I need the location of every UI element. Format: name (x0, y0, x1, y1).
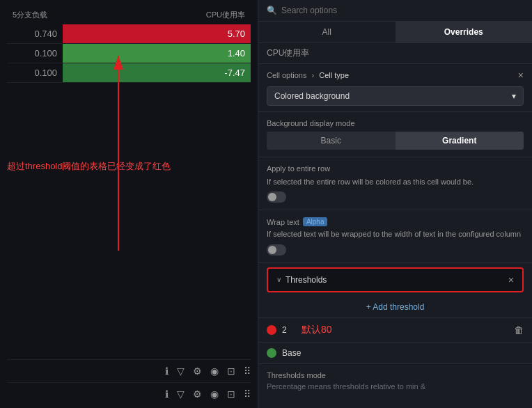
info-icon-1[interactable]: ℹ (165, 366, 169, 377)
cell-left: 0.740 (7, 24, 63, 44)
add-threshold-button[interactable]: + Add threshold (258, 297, 532, 318)
cell-type-dropdown[interactable]: Colored background ▾ (267, 86, 524, 106)
col2-header: CPU使用率 (206, 10, 245, 20)
wrap-text-label: Wrap text (267, 218, 299, 226)
right-panel: 🔍 All Overrides CPU使用率 Cell options › Ce… (258, 0, 532, 408)
filter-icon-2[interactable]: ▽ (177, 389, 185, 400)
cell-type-dropdown-row: Colored background ▾ (258, 84, 532, 112)
table-header: 5分支负载 CPU使用率 (7, 7, 251, 23)
table-row: 0.100-7.47 (7, 63, 251, 83)
btn-gradient[interactable]: Gradient (396, 132, 524, 150)
dropdown-value: Colored background (274, 91, 350, 101)
background-display-mode-section: Background display mode Basic Gradient (258, 112, 532, 157)
btn-basic[interactable]: Basic (267, 132, 396, 150)
info-icon-2[interactable]: ℹ (165, 389, 169, 400)
threshold-item-base: Base (258, 343, 532, 364)
eye-icon-2[interactable]: ◉ (210, 389, 219, 400)
thresholds-label: Thresholds (285, 275, 327, 285)
transform-icon-2[interactable]: ⚙ (193, 389, 202, 400)
drag-icon-1[interactable]: ⠿ (244, 366, 251, 377)
alpha-badge: Alpha (303, 217, 328, 226)
data-table: 0.7405.700.1001.400.100-7.47 (7, 24, 251, 83)
apply-to-row-label: Apply to entire row (267, 164, 524, 173)
thresholds-mode-section: Thresholds mode Percentage means thresho… (258, 364, 532, 399)
threshold-dot-red (267, 325, 276, 335)
filter-icon-1[interactable]: ▽ (177, 366, 185, 377)
apply-to-row-toggle[interactable] (267, 191, 286, 203)
threshold-delete-1[interactable]: 🗑 (514, 324, 524, 336)
breadcrumb: Cell options › Cell type (267, 71, 349, 79)
breadcrumb-parent: Cell options (267, 71, 306, 79)
cell-options-header: Cell options › Cell type × (258, 64, 532, 84)
left-panel: 5分支负载 CPU使用率 0.7405.700.1001.400.100-7.4… (0, 0, 258, 408)
search-bar: 🔍 (258, 0, 532, 22)
thresholds-chevron[interactable]: ∨ (276, 276, 281, 283)
cell-right: 1.40 (63, 44, 251, 63)
breadcrumb-current: Cell type (319, 71, 349, 79)
tab-overrides[interactable]: Overrides (396, 22, 533, 42)
search-icon: 🔍 (267, 6, 277, 15)
cpu-label: CPU使用率 (267, 48, 309, 58)
threshold-value-1: 2 (282, 325, 296, 335)
tabs-row: All Overrides (258, 22, 532, 43)
display-mode-btn-group: Basic Gradient (267, 132, 524, 150)
threshold-base-label: Base (282, 348, 301, 358)
cell-right: -7.47 (63, 63, 251, 83)
table-row: 0.1001.40 (7, 44, 251, 63)
delete-icon-1[interactable]: ⊡ (227, 366, 235, 377)
chevron-down-icon: ▾ (512, 91, 516, 101)
wrap-text-toggle[interactable] (267, 244, 286, 256)
cpu-label-row: CPU使用率 (258, 43, 532, 64)
apply-to-row-section: Apply to entire row If selected the enti… (258, 157, 532, 210)
table-area: 5分支负载 CPU使用率 0.7405.700.1001.400.100-7.4… (0, 0, 258, 356)
annotation-text: 超过threshold阈值的表格已经变成了红色 (7, 160, 171, 173)
tab-all[interactable]: All (258, 22, 396, 42)
table-row: 0.7405.70 (7, 24, 251, 44)
wrap-text-section: Wrap text Alpha If selected text will be… (258, 210, 532, 262)
apply-to-row-desc: If selected the entire row will be color… (267, 177, 524, 187)
thresholds-mode-desc: Percentage means thresholds relative to … (267, 382, 524, 392)
thresholds-header: ∨ Thresholds × (267, 267, 524, 292)
toolbar-row-2: ℹ ▽ ⚙ ◉ ⊡ ⠿ (7, 382, 251, 405)
background-display-label: Background display mode (267, 119, 524, 127)
options-content: CPU使用率 Cell options › Cell type × Colore… (258, 43, 532, 408)
cell-left: 0.100 (7, 44, 63, 63)
eye-icon-1[interactable]: ◉ (210, 366, 219, 377)
close-cell-options[interactable]: × (518, 70, 524, 81)
threshold-dot-green (267, 348, 276, 358)
transform-icon-1[interactable]: ⚙ (193, 366, 202, 377)
threshold-item-1: 2 默认80 🗑 (258, 318, 532, 343)
toolbar-row-1: ℹ ▽ ⚙ ◉ ⊡ ⠿ (7, 359, 251, 382)
drag-icon-2[interactable]: ⠿ (244, 389, 251, 400)
thresholds-mode-label: Thresholds mode (267, 371, 524, 379)
cell-right: 5.70 (63, 24, 251, 44)
col1-header: 5分支负载 (13, 10, 47, 20)
wrap-text-desc: If selected text will be wrapped to the … (267, 229, 524, 240)
toolbar-rows: ℹ ▽ ⚙ ◉ ⊡ ⠿ ℹ ▽ ⚙ ◉ ⊡ ⠿ (0, 356, 258, 408)
thresholds-section: ∨ Thresholds × (258, 263, 532, 297)
cell-left: 0.100 (7, 63, 63, 83)
search-input[interactable] (281, 6, 524, 15)
threshold-default-text: 默认80 (302, 324, 508, 336)
thresholds-close[interactable]: × (508, 274, 514, 285)
breadcrumb-separator: › (312, 71, 315, 79)
delete-icon-2[interactable]: ⊡ (227, 389, 235, 400)
